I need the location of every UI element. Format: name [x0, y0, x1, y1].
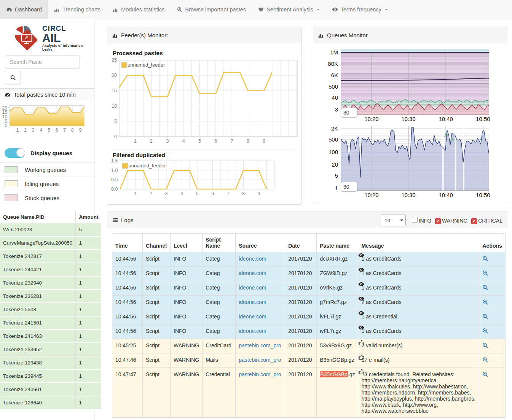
log-message-text: 1 as CreditCards [361, 270, 401, 276]
log-paste-name: ivFL7i.gz [317, 310, 358, 325]
feeder-panel-header: Feeder(s) Monitor: [107, 27, 301, 43]
queue-name: Tokenize.241463 [0, 329, 76, 343]
nav-item-dashboard[interactable]: Dashboard [0, 0, 48, 19]
log-channel: Script [143, 281, 171, 296]
log-message: 2 valid number(s) [358, 339, 479, 353]
log-source-link[interactable]: pastebin.com_pro [239, 357, 281, 363]
nav-item-label: Modules statistics [121, 6, 164, 13]
thumbs-up-icon [358, 339, 365, 347]
log-row: 10:44:56ScriptINFOCategideone.com2017012… [112, 310, 506, 325]
log-column-header: Actions [479, 234, 505, 252]
display-queues-label: Display queues [30, 150, 72, 156]
filter-checkbox-warning[interactable]: ✓ [435, 218, 441, 224]
log-level: INFO [171, 325, 203, 339]
show-paste-action-icon[interactable] [482, 313, 488, 321]
svg-text:15: 15 [112, 88, 117, 93]
queue-table-row: Web.2000235 [0, 223, 101, 237]
svg-text:1: 1 [134, 138, 137, 144]
logs-table: TimeChannelLevelScript NameSourceDatePas… [112, 233, 506, 418]
log-source-link[interactable]: ideone.com [239, 313, 266, 320]
log-channel: Script [143, 339, 171, 353]
queue-table-row: Tokenize.1286401 [0, 396, 101, 409]
nav-item-modules-statistics[interactable]: Modules statistics [107, 0, 171, 19]
page-size-select[interactable]: 10 [381, 215, 406, 226]
log-source-link[interactable]: ideone.com [239, 285, 266, 291]
show-paste-action-icon[interactable] [482, 285, 488, 292]
log-message: 2 as CreditCards [358, 296, 479, 310]
legend-label: Working queues [25, 167, 66, 173]
svg-text:unnamed_feeder: unnamed_feeder [128, 62, 165, 68]
log-source-link[interactable]: ideone.com [239, 256, 266, 262]
legend-row-idling-queues: Idling queues [0, 177, 94, 191]
log-source-link[interactable]: pastebin.com_pro [239, 371, 281, 377]
log-row: 10:44:56ScriptINFOCategideone.com2017012… [112, 267, 506, 281]
queues-global-window-input[interactable] [341, 108, 357, 118]
log-message-text: 2 as CreditCards [361, 299, 401, 305]
log-level: WARNING [171, 353, 203, 368]
log-message-text: 1 as CreditCards [361, 285, 401, 291]
log-paste-name: B35nGGBp.gz [317, 368, 358, 418]
svg-text:10:50: 10:50 [476, 116, 490, 122]
log-source-link[interactable]: ideone.com [239, 270, 266, 276]
svg-text:5: 5 [198, 138, 201, 144]
filter-checkbox-critical[interactable]: ✓ [471, 218, 477, 224]
log-message: 13 credentials found. Related websites: … [358, 368, 479, 418]
queue-amount: 1 [76, 329, 102, 343]
svg-text:2: 2 [150, 191, 152, 196]
nav-item-sentiment-analysis[interactable]: Sentiment Analysis [252, 0, 326, 19]
svg-text:7: 7 [63, 127, 66, 133]
log-source: ideone.com [236, 310, 285, 325]
svg-text:9: 9 [258, 191, 260, 196]
log-source-link[interactable]: pastebin.com_pro [239, 342, 281, 348]
log-source-link[interactable]: ideone.com [239, 328, 266, 334]
search-button[interactable] [5, 71, 21, 84]
nav-item-trending-charts[interactable]: Trending charts [48, 0, 107, 19]
queue-table: Queue Name.PID Amount Web.2000235CurveMa… [0, 211, 101, 410]
queue-table-row: Tokenize.55081 [0, 303, 101, 316]
queue-name: CurveManageTopSets.200050 [0, 236, 76, 250]
queue-name: Web.200023 [0, 223, 76, 237]
eye-icon [332, 7, 338, 12]
search-plus-icon [177, 7, 183, 13]
log-date: 20170120 [285, 267, 317, 281]
svg-text:5: 5 [114, 119, 117, 124]
log-level: WARNING [171, 368, 203, 418]
log-message: 1 as CreditCards [358, 252, 479, 267]
log-message-text: 17 e-mail(s) [361, 357, 389, 363]
search-paste-input[interactable] [5, 56, 80, 68]
logs-panel-title: Logs [121, 217, 134, 223]
queue-name: Tokenize.129438 [0, 356, 76, 369]
eye-icon [358, 282, 364, 288]
show-paste-action-icon[interactable] [482, 328, 488, 335]
select-caret-icon [400, 220, 403, 221]
show-paste-action-icon[interactable] [482, 371, 488, 379]
svg-text:10: 10 [112, 103, 117, 109]
log-row: 10:45:25ScriptWARNINGCreditCardpastebin.… [112, 339, 506, 353]
log-actions [479, 296, 505, 310]
display-queues-toggle[interactable] [5, 148, 25, 158]
svg-text:20: 20 [332, 161, 338, 168]
show-paste-action-icon[interactable] [482, 256, 488, 263]
nav-item-terms-frequency[interactable]: Terms frequency [326, 0, 394, 19]
svg-text:25: 25 [112, 57, 117, 63]
log-source-link[interactable]: ideone.com [239, 299, 266, 305]
svg-text:4: 4 [180, 191, 183, 196]
filter-checkbox-info[interactable] [412, 217, 418, 223]
show-paste-action-icon[interactable] [482, 357, 488, 364]
legend-row-stuck-queues: Stuck queues [0, 191, 94, 205]
show-paste-action-icon[interactable] [482, 270, 488, 277]
queue-name: Tokenize.240421 [0, 263, 76, 276]
show-paste-action-icon[interactable] [482, 299, 488, 306]
legend-swatch [5, 180, 18, 187]
bar-chart-icon [54, 7, 60, 13]
queue-table-header-amount: Amount [76, 211, 102, 223]
log-date: 20170120 [285, 325, 317, 339]
queues-in-window-input[interactable] [341, 182, 357, 192]
log-column-header: Script Name [203, 234, 236, 252]
svg-text:1.0: 1.0 [111, 168, 118, 173]
show-paste-action-icon[interactable] [482, 342, 488, 350]
eye-icon [358, 267, 364, 273]
log-script-name: Mails [203, 353, 236, 368]
log-date: 20170120 [285, 252, 317, 267]
nav-item-browse-important-pastes[interactable]: Browse important pastes [171, 0, 252, 19]
